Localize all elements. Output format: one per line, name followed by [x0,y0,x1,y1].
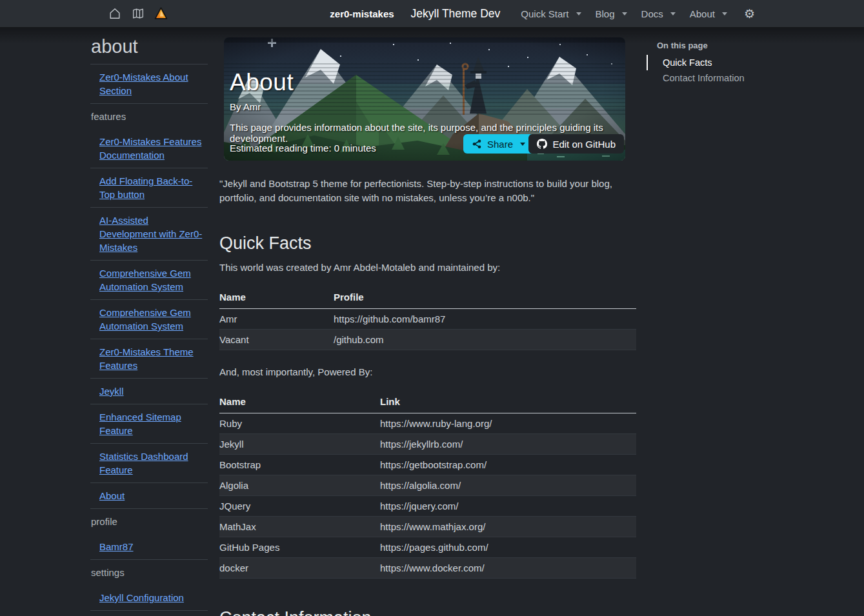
navbar-dropdown-item: About [690,8,727,19]
edit-button-label: Edit on GitHub [552,139,616,150]
home-icon[interactable] [108,7,121,21]
github-icon [537,139,547,149]
toc-item-label: Contact Information [663,73,745,83]
toc-title: On this page [657,41,801,50]
table-body: Ruby https://www.ruby-lang.org/ Jekyll h… [219,413,636,579]
table-row: Bootstrap https://getbootstrap.com/ [219,455,636,475]
sidebar-link[interactable]: Zer0-Mistakes About Section [99,72,188,96]
table-cell-name: Ruby [219,413,380,434]
sidebar-list-item: features [90,103,208,129]
table-cell-profile: https://github.com/bamr87 [334,309,636,330]
navbar-brand-primary[interactable]: zer0-mistakes [330,8,394,19]
toc-list: Quick Facts Contact Information [647,55,801,86]
share-button-label: Share [487,139,513,150]
table-cell-name: Amr [219,309,334,330]
chevron-down-icon[interactable] [576,12,581,15]
table-cell-link: https://algolia.com/ [380,475,636,496]
sidebar-link[interactable]: Zer0-Mistakes Features Documentation [99,136,201,161]
table-cell-name: MathJax [219,517,380,537]
table-cell-name: GitHub Pages [219,537,380,558]
sidebar-link[interactable]: Add Floating Back-to-Top button [99,175,192,200]
navbar-link[interactable]: Quick Start [521,8,568,19]
navbar-link[interactable]: About [690,8,715,19]
sidebar-group-label: settings [91,567,125,578]
powered-by-table: Name Link Ruby https://www.ruby-lang.org… [219,391,636,579]
table-body: Amr https://github.com/bamr87 Vacant /gi… [219,309,636,350]
table-cell-name: Jekyll [219,434,380,455]
gear-icon[interactable]: ⚙ [744,8,755,20]
sidebar-list-item: Zer0-Mistakes Features Documentation [90,129,208,168]
toc-item[interactable]: Contact Information [647,70,801,86]
table-cell-name: Vacant [219,330,334,350]
sidebar-list-item: Bamr87 [90,534,208,559]
edit-on-github-button[interactable]: Edit on GitHub [528,134,624,154]
table-header-row: Name Link [219,391,636,413]
hero-byline: By Amr [230,101,261,112]
sidebar-link[interactable]: Jekyll Configuration [99,592,184,603]
hero-banner: About By Amr This page provides informat… [224,37,625,161]
sidebar-group-label: features [91,111,126,122]
sidebar-link[interactable]: AI-Assisted Development with Zer0-Mistak… [99,215,202,253]
share-caret-icon [520,143,525,146]
share-button[interactable]: Share [463,134,534,154]
navbar-link[interactable]: Blog [596,8,615,19]
table-row: Algolia https://algolia.com/ [219,475,636,496]
sidebar-link[interactable]: Zer0-Mistakes Theme Features [99,346,194,371]
table-cell-link: https://pages.github.com/ [380,537,636,558]
sidebar-group-label: profile [91,516,117,527]
table-cell-link: https://jekyllrb.com/ [380,434,636,455]
table-cell-name: JQuery [219,496,380,517]
left-sidebar: about Zer0-Mistakes About Section featur… [90,36,208,616]
sidebar-list-item: Zer0-Mistakes About Section [90,64,208,103]
chevron-down-icon[interactable] [670,12,676,15]
main-content: About By Amr This page provides informat… [219,37,636,616]
sidebar-list-item: Statistics Dashboard Feature [90,443,208,482]
sidebar-list-item: About [90,482,208,508]
table-row: MathJax https://www.mathjax.org/ [219,517,636,537]
navbar-brand-secondary[interactable]: Jekyll Theme Dev [411,7,501,21]
navbar-link[interactable]: Docs [641,8,663,19]
table-row: JQuery https://jquery.com/ [219,496,636,517]
maintainers-table: Name Profile Amr https://github.com/bamr… [219,286,636,350]
sidebar-link[interactable]: Statistics Dashboard Feature [99,451,188,475]
table-row: Ruby https://www.ruby-lang.org/ [219,413,636,434]
toc-item[interactable]: Quick Facts [647,55,801,70]
sidebar-list-item: Comprehensive Gem Automation System [90,299,208,339]
column-header: Link [380,391,636,413]
table-cell-name: Bootstrap [219,455,380,475]
hero-title: About [230,69,294,96]
sidebar-list-item: Site Statistics Portal [90,610,208,616]
toc-item-label: Quick Facts [663,57,712,68]
sidebar-link[interactable]: Enhanced Sitemap Feature [99,412,181,436]
table-header-row: Name Profile [219,286,636,309]
hero-reading-time: Estimated reading time: 0 minutes [230,143,376,154]
chevron-down-icon[interactable] [622,12,627,15]
sidebar-link[interactable]: Jeykll [99,386,124,397]
navbar-dropdown-item: Docs [641,8,676,19]
table-cell-link: https://getbootstrap.com/ [380,455,636,475]
jekyll-logo-icon[interactable] [154,7,168,21]
table-row: docker https://www.docker.com/ [219,558,636,579]
contact-heading: Contact Information [219,608,636,616]
table-cell-link: https://jquery.com/ [380,496,636,517]
site-quote: "Jekyll and Bootstrap 5 theme for perfec… [219,177,636,205]
navbar-menu: zer0-mistakes Jekyll Theme Dev Quick Sta… [330,7,755,21]
top-navbar: zer0-mistakes Jekyll Theme Dev Quick Sta… [0,0,864,27]
table-cell-name: Algolia [219,475,380,496]
sidebar-link[interactable]: Bamr87 [99,541,134,552]
table-cell-link: https://www.docker.com/ [380,558,636,579]
sidebar-list-item: settings [90,559,208,585]
navbar-dropdown-item: Quick Start [521,8,581,19]
powered-by-intro: And, most importantly, Powered By: [219,366,636,377]
map-icon[interactable] [131,7,145,21]
chevron-down-icon[interactable] [722,12,727,15]
table-cell-name: docker [219,558,380,579]
sidebar-list-item: Add Floating Back-to-Top button [90,168,208,207]
sidebar-link[interactable]: About [99,490,125,501]
sidebar-link[interactable]: Comprehensive Gem Automation System [99,268,191,292]
sidebar-list-item: Enhanced Sitemap Feature [90,404,208,443]
on-this-page-panel: On this page Quick Facts Contact Informa… [647,41,801,86]
table-row: Amr https://github.com/bamr87 [219,309,636,330]
sidebar-link[interactable]: Comprehensive Gem Automation System [99,307,191,332]
sidebar-list-item: Comprehensive Gem Automation System [90,260,208,299]
